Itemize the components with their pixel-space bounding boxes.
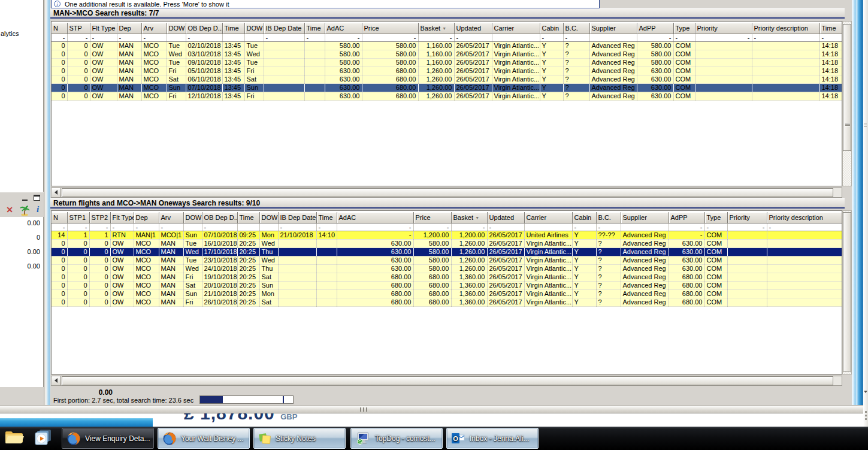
column-header[interactable]: IB Dep Date <box>264 23 304 34</box>
result-row[interactable]: 000OWMCOMANTue16/10/201820:25Wed630.0058… <box>52 239 842 247</box>
filter-cell[interactable]: - <box>110 223 134 231</box>
column-header[interactable]: AdPP <box>669 212 704 223</box>
horizontal-scrollbar[interactable] <box>51 188 842 198</box>
scroll-left-icon[interactable] <box>52 376 61 385</box>
column-header[interactable]: IB Dep Date <box>278 212 316 223</box>
filter-cell[interactable]: - <box>316 223 337 231</box>
filter-cell[interactable]: - <box>451 223 487 231</box>
result-row[interactable]: 000OWMCOMANFri19/10/201820:25Sat680.0068… <box>52 273 842 281</box>
taskbar-button[interactable]: Sticky Notes <box>253 428 346 449</box>
column-header[interactable]: Supplier <box>621 212 669 223</box>
result-row[interactable]: 00OWMANMCOSun07/10/201813:45Sun630.00680… <box>52 83 842 92</box>
column-header[interactable]: N <box>52 212 67 223</box>
info-icon[interactable]: i <box>32 204 43 216</box>
column-header[interactable]: STP1 <box>67 212 89 223</box>
column-header[interactable]: Dep <box>117 23 141 34</box>
filter-cell[interactable]: - <box>117 34 141 41</box>
column-header[interactable]: AdAC <box>337 212 413 223</box>
filter-cell[interactable]: - <box>637 34 673 41</box>
column-header[interactable]: Priority <box>727 212 767 223</box>
column-header[interactable]: Priority <box>695 23 752 34</box>
explorer-button[interactable] <box>1 428 28 449</box>
outer-scrollbar[interactable] <box>863 0 868 427</box>
filter-cell[interactable]: - <box>540 34 563 41</box>
column-header[interactable]: Price <box>413 212 451 223</box>
filter-cell[interactable]: - <box>819 34 842 41</box>
column-header[interactable]: DOW <box>259 212 278 223</box>
column-header[interactable]: Arv <box>141 23 167 34</box>
column-header[interactable]: Flt Type <box>90 23 117 34</box>
result-row[interactable]: 000OWMCOMANSun21/10/201820:25Mon680.0068… <box>52 289 842 298</box>
result-row[interactable]: 00OWMANMCOFri12/10/201813:45Fri630.00680… <box>52 92 842 100</box>
result-row[interactable]: 1411RTNMAN|1MCO|1Sun07/10/201809:25Mon21… <box>52 231 842 239</box>
filter-cell[interactable]: - <box>141 34 167 41</box>
taskbar-button[interactable]: OInbox - Jenna.Ali... <box>446 428 539 449</box>
column-header[interactable]: Type <box>704 212 727 223</box>
column-header[interactable]: Basket▼ <box>451 212 487 223</box>
result-row[interactable]: 000OWMCOMANFri26/10/201820:25Sat680.0068… <box>52 298 842 306</box>
taskbar-button[interactable]: Your Walt Disney ... <box>158 428 250 449</box>
column-header[interactable]: Priority description <box>767 212 842 223</box>
filter-cell[interactable]: - <box>752 34 819 41</box>
filter-cell[interactable]: - <box>704 223 727 231</box>
result-row[interactable]: 000OWMCOMANWed24/10/201820:25Thu630.0058… <box>52 264 842 273</box>
filter-cell[interactable]: - <box>304 34 325 41</box>
column-header[interactable]: Supplier <box>589 23 637 34</box>
palm-tree-icon[interactable] <box>19 204 29 216</box>
column-header[interactable]: Carrier <box>524 212 572 223</box>
vertical-scrollbar[interactable] <box>842 21 852 186</box>
filter-cell[interactable] <box>222 34 244 41</box>
column-header[interactable]: OB Dep D... <box>186 23 222 34</box>
vertical-scrollbar[interactable] <box>842 210 852 375</box>
filter-cell[interactable]: - <box>337 223 413 231</box>
column-header[interactable]: AdAC <box>325 23 362 34</box>
column-header[interactable]: Time <box>222 23 244 34</box>
scrollbar-thumb[interactable] <box>62 188 833 197</box>
filter-cell[interactable]: - <box>159 223 183 231</box>
filter-cell[interactable]: - <box>596 223 621 231</box>
column-header[interactable]: STP <box>67 23 90 34</box>
result-row[interactable]: 000OWMCOMANWed17/10/201820:25Thu630.0058… <box>52 247 842 256</box>
column-header[interactable]: AdPP <box>637 23 673 34</box>
column-header[interactable]: Time <box>316 212 337 223</box>
filter-cell[interactable]: - <box>487 223 524 231</box>
column-header[interactable]: Dep <box>134 212 159 223</box>
filter-cell[interactable] <box>183 223 202 231</box>
restore-button[interactable] <box>32 194 42 203</box>
filter-cell[interactable]: - <box>727 223 767 231</box>
filter-cell[interactable]: - <box>572 223 596 231</box>
more-results-notice[interactable]: i One additional result is available. Pr… <box>51 0 600 8</box>
column-header[interactable]: Time <box>304 23 325 34</box>
filter-cell[interactable]: - <box>669 223 704 231</box>
filter-cell[interactable]: - <box>362 34 418 41</box>
filter-cell[interactable]: - <box>454 34 492 41</box>
filter-cell[interactable] <box>167 34 186 41</box>
filter-cell[interactable]: - <box>278 223 316 231</box>
column-header[interactable]: Cabin <box>572 212 596 223</box>
column-header[interactable]: Updated <box>487 212 524 223</box>
taskbar-button[interactable]: TopDog - comost... <box>350 428 443 449</box>
window-splitter[interactable] <box>0 405 863 413</box>
taskbar-button[interactable]: View Enquiry Deta... <box>62 428 154 449</box>
column-header[interactable]: Type <box>673 23 695 34</box>
filter-cell[interactable]: - <box>202 223 237 231</box>
column-header[interactable]: Carrier <box>492 23 540 34</box>
minimize-button[interactable] <box>20 194 30 203</box>
filter-cell[interactable]: - <box>413 223 451 231</box>
result-row[interactable]: 000OWMCOMANTue23/10/201820:25Wed630.0058… <box>52 256 842 264</box>
filter-cell[interactable] <box>492 34 540 41</box>
filter-cell[interactable] <box>589 34 637 41</box>
column-header[interactable]: Cabin <box>540 23 563 34</box>
result-row[interactable]: 00OWMANMCOTue02/10/201813:45Tue580.00580… <box>52 41 842 50</box>
filter-cell[interactable] <box>237 223 259 231</box>
filter-cell[interactable]: - <box>673 34 695 41</box>
column-header[interactable]: Updated <box>454 23 492 34</box>
column-header[interactable]: Flt Type <box>110 212 134 223</box>
scrollbar-thumb[interactable] <box>843 24 851 151</box>
filter-cell[interactable]: - <box>418 34 454 41</box>
filter-cell[interactable]: - <box>90 34 117 41</box>
filter-cell[interactable] <box>244 34 264 41</box>
filter-cell[interactable]: - <box>52 34 67 41</box>
filter-cell[interactable]: - <box>767 223 842 231</box>
filter-cell[interactable] <box>259 223 278 231</box>
